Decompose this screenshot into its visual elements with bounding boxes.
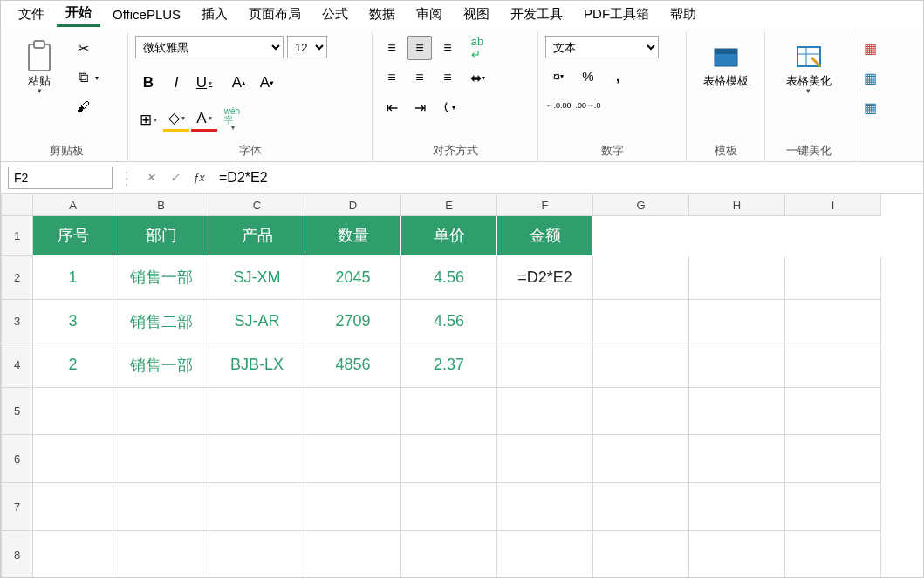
italic-button[interactable]: I: [163, 71, 189, 95]
cancel-formula-button[interactable]: ✕: [140, 168, 160, 187]
cell[interactable]: 数量: [305, 216, 401, 256]
increase-decimal-button[interactable]: ←.0.00: [545, 93, 572, 118]
cell[interactable]: [593, 531, 689, 578]
col-header-H[interactable]: H: [689, 194, 785, 216]
col-header-A[interactable]: A: [33, 194, 113, 216]
cell[interactable]: 3: [33, 300, 113, 343]
cell[interactable]: 产品: [209, 216, 305, 256]
formula-input[interactable]: [214, 167, 916, 189]
cell[interactable]: [785, 531, 881, 578]
decrease-decimal-button[interactable]: .00→.0: [575, 93, 601, 118]
cell[interactable]: [689, 343, 785, 387]
font-color-button[interactable]: A▾: [191, 107, 217, 132]
decrease-indent-button[interactable]: ⇤: [380, 95, 404, 119]
merge-center-button[interactable]: ⬌▾: [465, 65, 489, 90]
cell[interactable]: 序号: [33, 216, 113, 256]
cell[interactable]: [785, 343, 881, 387]
cell[interactable]: 部门: [113, 216, 209, 256]
table-template-button[interactable]: 表格模板: [700, 36, 752, 92]
col-header-I[interactable]: I: [785, 194, 881, 216]
row-header[interactable]: 6: [2, 435, 33, 483]
cell[interactable]: [209, 435, 305, 483]
cell[interactable]: [401, 435, 497, 483]
cell[interactable]: 4856: [305, 343, 401, 387]
cell[interactable]: [113, 531, 209, 578]
number-format-select[interactable]: 文本: [545, 36, 659, 58]
menu-pdf[interactable]: PDF工具箱: [575, 3, 658, 26]
menu-officeplus[interactable]: OfficePLUS: [104, 3, 189, 25]
cell[interactable]: [497, 435, 593, 483]
enter-formula-button[interactable]: ✓: [165, 168, 184, 187]
table-beautify-button[interactable]: 表格美化 ▾: [783, 36, 835, 99]
cell[interactable]: [33, 387, 113, 435]
cell[interactable]: SJ-XM: [209, 255, 305, 299]
extra-btn-2[interactable]: ▦: [859, 65, 880, 90]
cell[interactable]: [785, 483, 881, 531]
row-header[interactable]: 3: [2, 300, 33, 343]
cell[interactable]: [113, 435, 209, 483]
paste-button[interactable]: 粘贴 ▾: [13, 36, 65, 99]
cell[interactable]: [689, 300, 785, 343]
copy-button[interactable]: ⧉▾: [71, 65, 102, 90]
align-left-button[interactable]: ≡: [380, 65, 404, 90]
cell[interactable]: [497, 300, 593, 343]
cell[interactable]: [497, 343, 593, 387]
cell[interactable]: 销售一部: [113, 343, 209, 387]
grid[interactable]: A B C D E F G H I 1 序号 部门 产品 数量 单价 金额 2 …: [1, 194, 881, 578]
extra-btn-3[interactable]: ▦: [859, 95, 880, 119]
col-header-B[interactable]: B: [113, 194, 209, 216]
cell[interactable]: [113, 387, 209, 435]
menu-review[interactable]: 审阅: [407, 3, 451, 26]
cell[interactable]: [689, 255, 785, 299]
col-header-E[interactable]: E: [401, 194, 497, 216]
cell[interactable]: 金额: [497, 216, 593, 256]
cell[interactable]: 销售二部: [113, 300, 209, 343]
col-header-D[interactable]: D: [305, 194, 401, 216]
cell-active[interactable]: =D2*E2: [497, 255, 593, 299]
cell[interactable]: BJB-LX: [209, 343, 305, 387]
menu-file[interactable]: 文件: [10, 3, 53, 26]
menu-view[interactable]: 视图: [455, 3, 498, 26]
format-painter-button[interactable]: 🖌: [71, 95, 102, 119]
row-header[interactable]: 4: [2, 343, 33, 387]
cell[interactable]: 4.56: [401, 255, 497, 299]
cell[interactable]: [593, 435, 689, 483]
cell[interactable]: [689, 435, 785, 483]
row-header[interactable]: 1: [2, 216, 33, 256]
cell[interactable]: [209, 531, 305, 578]
bold-button[interactable]: B: [135, 71, 161, 95]
cell[interactable]: 4.56: [401, 300, 497, 343]
fx-button[interactable]: ƒx: [189, 168, 209, 187]
cell[interactable]: [785, 435, 881, 483]
name-box[interactable]: [8, 167, 113, 189]
cell[interactable]: [593, 483, 689, 531]
font-name-select[interactable]: 微软雅黑: [135, 36, 284, 58]
cell[interactable]: [305, 387, 401, 435]
cell[interactable]: [33, 435, 113, 483]
cell[interactable]: 2709: [305, 300, 401, 343]
cell[interactable]: [785, 300, 881, 343]
cell[interactable]: [401, 531, 497, 578]
increase-font-button[interactable]: A▴: [226, 71, 252, 95]
cell[interactable]: [593, 300, 689, 343]
cell[interactable]: 1: [33, 255, 113, 299]
cell[interactable]: [497, 531, 593, 578]
cell[interactable]: [689, 387, 785, 435]
cell[interactable]: [305, 435, 401, 483]
menu-insert[interactable]: 插入: [193, 3, 236, 26]
row-header[interactable]: 2: [2, 255, 33, 299]
fill-color-button[interactable]: ◇▾: [163, 107, 189, 132]
col-header-F[interactable]: F: [497, 194, 593, 216]
col-header-C[interactable]: C: [209, 194, 305, 216]
increase-indent-button[interactable]: ⇥: [407, 95, 432, 119]
cell[interactable]: 单价: [401, 216, 497, 256]
cell[interactable]: [593, 387, 689, 435]
cell[interactable]: [401, 483, 497, 531]
cell[interactable]: 销售一部: [113, 255, 209, 299]
cell[interactable]: [689, 483, 785, 531]
menu-developer[interactable]: 开发工具: [502, 3, 572, 26]
row-header[interactable]: 8: [2, 531, 33, 578]
cell[interactable]: [305, 531, 401, 578]
cell[interactable]: [497, 483, 593, 531]
cell[interactable]: [209, 483, 305, 531]
